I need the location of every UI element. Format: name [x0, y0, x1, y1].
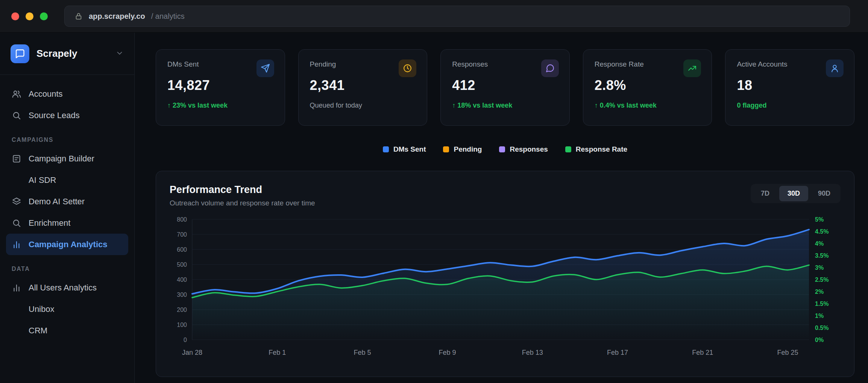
right-axis-label: 1.5%: [815, 301, 829, 307]
window-close-button[interactable]: [11, 12, 19, 20]
legend-swatch: [383, 146, 389, 152]
browser-chrome: app.scrapely.co / analytics: [0, 0, 868, 33]
form-icon: [12, 154, 21, 164]
send-icon: [256, 59, 274, 77]
range-button-90d[interactable]: 90D: [810, 186, 839, 201]
chart-title-block: Performance Trend Outreach volume and re…: [170, 184, 315, 207]
right-axis-label: 2%: [815, 289, 824, 295]
chevron-down-icon: [115, 49, 124, 59]
series-area-0: [192, 229, 809, 340]
trend-up-icon: [683, 59, 701, 77]
performance-trend-card: Performance Trend Outreach volume and re…: [156, 171, 854, 377]
right-axis-label: 5%: [815, 216, 824, 223]
lock-icon: [74, 12, 83, 20]
sidebar-section-data: DATA: [12, 266, 123, 272]
sidebar-item-campaign-analytics[interactable]: Campaign Analytics: [6, 234, 128, 255]
sidebar-nav: Accounts Source Leads CAMPAIGNS Campaign…: [0, 75, 134, 341]
legend-item-dms-sent[interactable]: DMs Sent: [383, 145, 426, 154]
left-axis-label: 700: [177, 231, 187, 238]
legend-label: Responses: [510, 145, 548, 154]
chat-bubble-icon: [541, 59, 559, 77]
sidebar-item-demo-ai-setter[interactable]: Demo AI Setter: [6, 191, 128, 212]
right-axis-label: 2.5%: [815, 277, 829, 283]
address-bar[interactable]: app.scrapely.co / analytics: [64, 6, 850, 27]
workspace-name: Scrapely: [36, 48, 77, 59]
performance-chart: 80070060050040030020010005%4.5%4%3.5%3%2…: [170, 216, 841, 362]
x-axis-label: Feb 5: [354, 349, 371, 356]
window-zoom-button[interactable]: [40, 12, 48, 20]
sidebar-item-accounts[interactable]: Accounts: [6, 83, 128, 105]
x-axis-label: Feb 9: [439, 349, 456, 356]
stat-delta: ↑ 0.4% vs last week: [595, 102, 701, 109]
layers-icon: [12, 197, 21, 207]
main-content: DMs Sent 14,827 ↑ 23% vs last week Pendi…: [135, 33, 868, 383]
url-domain: app.scrapely.co: [89, 12, 145, 21]
sidebar-item-label: Campaign Builder: [29, 154, 94, 164]
sidebar-item-enrichment[interactable]: Enrichment: [6, 212, 128, 234]
search-icon: [12, 111, 21, 120]
legend-item-pending[interactable]: Pending: [443, 145, 482, 154]
stat-delta: 0 flagged: [737, 102, 843, 109]
left-axis-label: 100: [177, 322, 187, 328]
bar-chart-icon: [12, 240, 21, 249]
x-axis-label: Feb 13: [522, 349, 543, 356]
stat-value: 2,341: [310, 78, 416, 93]
stat-card-response-rate: Response Rate 2.8% ↑ 0.4% vs last week: [583, 49, 712, 126]
workspace-switcher[interactable]: Scrapely: [0, 33, 134, 75]
stat-value: 412: [452, 78, 558, 93]
url-path: / analytics: [151, 12, 185, 21]
left-axis-label: 500: [177, 261, 187, 268]
sidebar-item-label: Source Leads: [29, 111, 80, 120]
sidebar-item-all-users-analytics[interactable]: All Users Analytics: [6, 277, 128, 298]
sidebar-item-label: Campaign Analytics: [29, 240, 107, 249]
stat-value: 2.8%: [595, 78, 701, 93]
sidebar-item-label: CRM: [29, 326, 47, 336]
stat-value: 14,827: [167, 78, 273, 93]
sidebar-item-ai-sdr[interactable]: AI SDR: [6, 169, 128, 191]
legend-label: Response Rate: [576, 145, 627, 154]
stat-card-responses: Responses 412 ↑ 18% vs last week: [440, 49, 570, 126]
sidebar-item-label: All Users Analytics: [29, 283, 97, 293]
left-axis-label: 0: [184, 337, 187, 343]
legend-swatch: [499, 146, 505, 152]
stat-delta: Queued for today: [310, 102, 416, 109]
range-button-7d[interactable]: 7D: [753, 186, 778, 201]
legend-item-responses[interactable]: Responses: [499, 145, 548, 154]
sidebar-item-campaign-builder[interactable]: Campaign Builder: [6, 148, 128, 169]
x-axis-label: Feb 1: [269, 349, 286, 356]
sidebar-item-label: Unibox: [29, 304, 54, 314]
chart-legend: DMs Sent Pending Responses Response Rate: [156, 145, 854, 154]
bar-chart-icon: [12, 283, 21, 293]
x-axis-label: Jan 28: [182, 349, 202, 356]
stat-value: 18: [737, 78, 843, 93]
right-axis-label: 4.5%: [815, 228, 829, 235]
right-axis-label: 3.5%: [815, 252, 829, 259]
left-axis-label: 400: [177, 277, 187, 283]
sidebar-item-unibox[interactable]: Unibox: [6, 298, 128, 320]
sidebar-section-campaigns: CAMPAIGNS: [12, 137, 123, 143]
app-logo: [11, 44, 29, 63]
legend-item-response-rate[interactable]: Response Rate: [565, 145, 627, 154]
sidebar-item-label: Demo AI Setter: [29, 197, 85, 207]
chart-subtitle: Outreach volume and response rate over t…: [170, 199, 315, 207]
x-axis-label: Feb 17: [607, 349, 628, 356]
clock-icon: [399, 59, 416, 77]
right-axis-label: 0%: [815, 337, 824, 343]
sidebar-item-crm[interactable]: CRM: [6, 320, 128, 341]
stat-cards-row: DMs Sent 14,827 ↑ 23% vs last week Pendi…: [156, 49, 854, 126]
stat-delta: ↑ 23% vs last week: [167, 102, 273, 109]
sidebar-item-label: AI SDR: [29, 175, 56, 185]
stat-card-pending: Pending 2,341 Queued for today: [298, 49, 428, 126]
range-button-30d[interactable]: 30D: [779, 186, 808, 201]
chat-logo-icon: [15, 49, 25, 59]
left-axis-label: 300: [177, 292, 187, 298]
time-range-toggle: 7D 30D 90D: [751, 184, 841, 203]
window-minimize-button[interactable]: [26, 12, 33, 20]
right-axis-label: 0.5%: [815, 325, 829, 331]
sidebar-item-label: Accounts: [29, 89, 63, 99]
search-icon: [12, 218, 21, 228]
left-axis-label: 200: [177, 307, 187, 313]
sidebar-item-source-leads[interactable]: Source Leads: [6, 105, 128, 126]
chart-title: Performance Trend: [170, 184, 315, 196]
stat-card-dms-sent: DMs Sent 14,827 ↑ 23% vs last week: [156, 49, 285, 126]
